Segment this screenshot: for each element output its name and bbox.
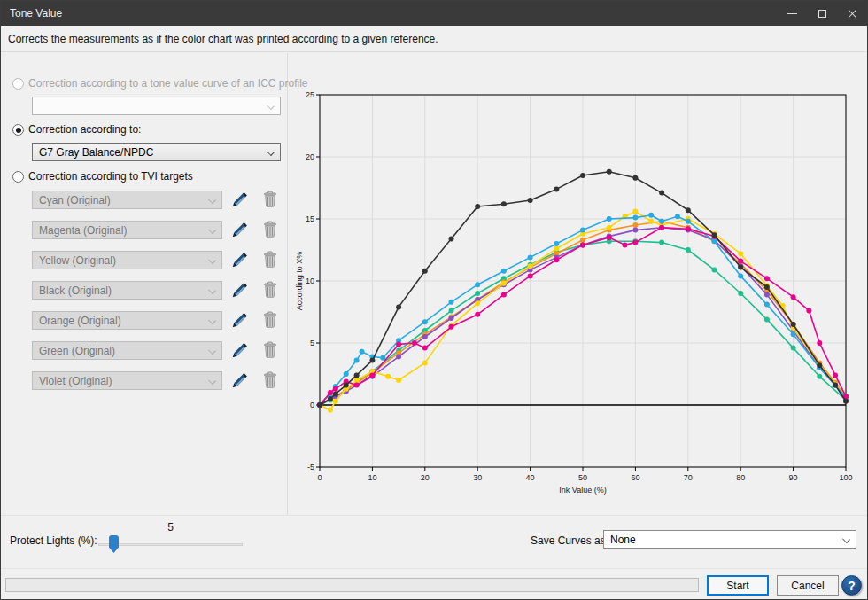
radio-tvi-label: Correction according to TVI targets xyxy=(28,170,193,183)
dialog-description: Corrects the measurements as if the colo… xyxy=(1,26,867,52)
tvi-chart: 0102030405060708090100-50510152025Ink Va… xyxy=(293,65,864,508)
channel-select-value: Black (Original) xyxy=(39,284,112,297)
edit-curve-button-cyan[interactable] xyxy=(229,189,252,212)
trash-icon xyxy=(260,340,280,360)
save-curves-select[interactable]: None xyxy=(603,530,856,549)
delete-curve-button-magenta[interactable] xyxy=(259,219,282,242)
channel-select-value: Orange (Original) xyxy=(39,315,121,327)
help-icon: ? xyxy=(848,579,856,593)
edit-curve-button-magenta[interactable] xyxy=(229,219,252,242)
channel-row-magenta: Magenta (Original) xyxy=(1,221,288,242)
chevron-down-icon xyxy=(208,256,216,264)
cancel-button[interactable]: Cancel xyxy=(777,575,839,596)
svg-text:30: 30 xyxy=(473,473,482,482)
save-curves-value: None xyxy=(610,534,636,546)
svg-text:80: 80 xyxy=(736,473,745,482)
channel-row-orange: Orange (Original) xyxy=(1,311,288,332)
channel-row-cyan: Cyan (Original) xyxy=(1,191,288,212)
minimize-icon xyxy=(787,13,797,14)
channel-select-value: Cyan (Original) xyxy=(39,194,111,206)
bottom-bar: Start Cancel ? xyxy=(1,568,867,600)
delete-curve-button-orange[interactable] xyxy=(259,309,282,332)
edit-curve-button-orange[interactable] xyxy=(229,309,252,332)
chevron-down-icon xyxy=(208,226,216,234)
svg-text:0: 0 xyxy=(310,401,314,409)
maximize-icon xyxy=(818,10,826,18)
trash-icon xyxy=(260,220,280,239)
close-button[interactable] xyxy=(837,1,867,26)
svg-text:50: 50 xyxy=(578,473,587,482)
radio-correction-according-to[interactable] xyxy=(12,124,24,136)
chevron-down-icon xyxy=(208,377,216,385)
svg-text:25: 25 xyxy=(306,90,314,99)
correction-method-select[interactable]: G7 Gray Balance/NPDC xyxy=(32,143,281,161)
pencil-icon xyxy=(230,370,250,390)
svg-text:10: 10 xyxy=(306,277,314,285)
edit-curve-button-yellow[interactable] xyxy=(229,249,252,272)
slider-thumb[interactable] xyxy=(109,535,119,553)
trash-icon xyxy=(260,310,280,330)
edit-curve-button-violet[interactable] xyxy=(229,370,252,393)
chevron-down-icon xyxy=(208,316,216,324)
channel-select-violet: Violet (Original) xyxy=(32,371,222,390)
tone-value-dialog: Tone Value Corrects the measurements as … xyxy=(0,0,868,600)
pencil-icon xyxy=(230,310,250,330)
trash-icon xyxy=(260,190,280,209)
maximize-button[interactable] xyxy=(807,1,837,26)
window-title: Tone Value xyxy=(10,7,777,19)
channel-select-yellow: Yellow (Original) xyxy=(32,251,222,269)
pencil-icon xyxy=(230,340,250,360)
svg-text:20: 20 xyxy=(306,152,314,161)
icc-profile-select xyxy=(32,97,281,115)
channel-row-green: Green (Original) xyxy=(1,341,288,362)
svg-text:100: 100 xyxy=(839,473,852,482)
pencil-icon xyxy=(230,280,250,300)
trash-icon xyxy=(260,370,280,390)
slider-track[interactable] xyxy=(98,543,243,546)
radio-icc-profile xyxy=(12,78,24,90)
help-button[interactable]: ? xyxy=(841,575,862,596)
options-panel: Correction according to a tone value cur… xyxy=(1,53,288,515)
radio-icc-profile-label: Correction according to a tone value cur… xyxy=(28,77,308,90)
pencil-icon xyxy=(230,190,250,209)
delete-curve-button-black[interactable] xyxy=(259,279,282,302)
protect-lights-label: Protect Lights (%): xyxy=(10,534,97,547)
trash-icon xyxy=(260,250,280,269)
minimize-button[interactable] xyxy=(777,1,807,26)
channel-select-value: Violet (Original) xyxy=(39,375,112,387)
channel-select-black: Black (Original) xyxy=(32,281,222,300)
chevron-down-icon xyxy=(208,286,216,294)
channel-select-value: Magenta (Original) xyxy=(39,224,127,237)
protect-lights-value: 5 xyxy=(98,521,243,534)
chart-panel: 0102030405060708090100-50510152025Ink Va… xyxy=(289,53,868,515)
channel-row-violet: Violet (Original) xyxy=(1,371,288,393)
channel-row-yellow: Yellow (Original) xyxy=(1,251,288,272)
pencil-icon xyxy=(230,250,250,269)
chevron-down-icon xyxy=(208,347,216,355)
delete-curve-button-cyan[interactable] xyxy=(259,189,282,212)
delete-curve-button-green[interactable] xyxy=(259,339,282,362)
chevron-down-icon xyxy=(842,535,850,543)
correction-method-value: G7 Gray Balance/NPDC xyxy=(39,146,153,159)
svg-text:60: 60 xyxy=(631,473,639,482)
save-curves-label: Save Curves as: xyxy=(531,534,608,547)
delete-curve-button-violet[interactable] xyxy=(259,370,282,393)
delete-curve-button-yellow[interactable] xyxy=(259,249,282,272)
svg-text:15: 15 xyxy=(306,214,314,223)
svg-text:90: 90 xyxy=(789,473,798,482)
protect-lights-slider[interactable] xyxy=(98,535,243,553)
start-button[interactable]: Start xyxy=(707,575,769,596)
svg-text:0: 0 xyxy=(317,473,322,482)
edit-curve-button-green[interactable] xyxy=(229,339,252,362)
svg-text:According to X%: According to X% xyxy=(295,252,304,311)
svg-text:-5: -5 xyxy=(307,463,314,471)
channel-select-magenta: Magenta (Original) xyxy=(32,221,222,239)
trash-icon xyxy=(260,280,280,300)
svg-text:70: 70 xyxy=(684,473,693,482)
edit-curve-button-black[interactable] xyxy=(229,279,252,302)
pencil-icon xyxy=(230,220,250,239)
radio-correction-label: Correction according to: xyxy=(28,123,141,136)
chevron-down-icon xyxy=(208,196,216,204)
radio-tvi-targets[interactable] xyxy=(12,171,24,183)
svg-text:10: 10 xyxy=(368,473,376,482)
